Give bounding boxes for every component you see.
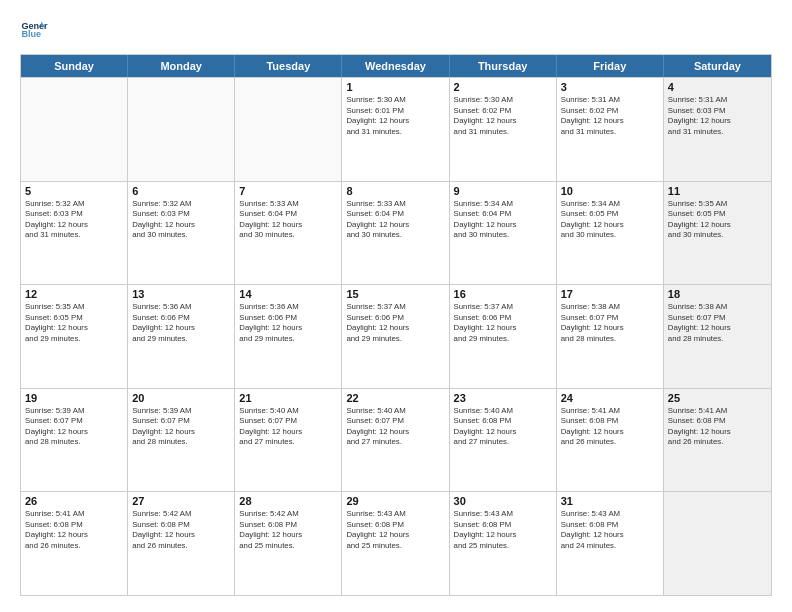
day-number: 2 <box>454 81 552 93</box>
calendar-day-empty-0-0 <box>21 78 128 181</box>
calendar-day-9: 9Sunrise: 5:34 AM Sunset: 6:04 PM Daylig… <box>450 182 557 285</box>
day-number: 31 <box>561 495 659 507</box>
day-info: Sunrise: 5:42 AM Sunset: 6:08 PM Dayligh… <box>239 509 337 551</box>
day-number: 22 <box>346 392 444 404</box>
calendar-day-empty-0-1 <box>128 78 235 181</box>
svg-text:Blue: Blue <box>21 29 41 39</box>
calendar-day-12: 12Sunrise: 5:35 AM Sunset: 6:05 PM Dayli… <box>21 285 128 388</box>
day-number: 14 <box>239 288 337 300</box>
day-number: 13 <box>132 288 230 300</box>
logo-icon: General Blue <box>20 16 48 44</box>
calendar-body: 1Sunrise: 5:30 AM Sunset: 6:01 PM Daylig… <box>21 77 771 595</box>
weekday-header-monday: Monday <box>128 55 235 77</box>
day-number: 23 <box>454 392 552 404</box>
calendar-day-24: 24Sunrise: 5:41 AM Sunset: 6:08 PM Dayli… <box>557 389 664 492</box>
day-number: 17 <box>561 288 659 300</box>
day-info: Sunrise: 5:34 AM Sunset: 6:05 PM Dayligh… <box>561 199 659 241</box>
calendar-day-21: 21Sunrise: 5:40 AM Sunset: 6:07 PM Dayli… <box>235 389 342 492</box>
calendar-day-18: 18Sunrise: 5:38 AM Sunset: 6:07 PM Dayli… <box>664 285 771 388</box>
calendar-day-26: 26Sunrise: 5:41 AM Sunset: 6:08 PM Dayli… <box>21 492 128 595</box>
calendar-day-14: 14Sunrise: 5:36 AM Sunset: 6:06 PM Dayli… <box>235 285 342 388</box>
calendar-day-31: 31Sunrise: 5:43 AM Sunset: 6:08 PM Dayli… <box>557 492 664 595</box>
calendar-day-5: 5Sunrise: 5:32 AM Sunset: 6:03 PM Daylig… <box>21 182 128 285</box>
day-number: 11 <box>668 185 767 197</box>
day-info: Sunrise: 5:41 AM Sunset: 6:08 PM Dayligh… <box>668 406 767 448</box>
weekday-header-friday: Friday <box>557 55 664 77</box>
weekday-header-wednesday: Wednesday <box>342 55 449 77</box>
calendar-day-19: 19Sunrise: 5:39 AM Sunset: 6:07 PM Dayli… <box>21 389 128 492</box>
day-info: Sunrise: 5:35 AM Sunset: 6:05 PM Dayligh… <box>25 302 123 344</box>
day-info: Sunrise: 5:43 AM Sunset: 6:08 PM Dayligh… <box>346 509 444 551</box>
day-info: Sunrise: 5:42 AM Sunset: 6:08 PM Dayligh… <box>132 509 230 551</box>
day-number: 24 <box>561 392 659 404</box>
day-info: Sunrise: 5:38 AM Sunset: 6:07 PM Dayligh… <box>561 302 659 344</box>
day-info: Sunrise: 5:40 AM Sunset: 6:08 PM Dayligh… <box>454 406 552 448</box>
calendar-day-7: 7Sunrise: 5:33 AM Sunset: 6:04 PM Daylig… <box>235 182 342 285</box>
day-info: Sunrise: 5:35 AM Sunset: 6:05 PM Dayligh… <box>668 199 767 241</box>
day-info: Sunrise: 5:31 AM Sunset: 6:02 PM Dayligh… <box>561 95 659 137</box>
calendar-day-29: 29Sunrise: 5:43 AM Sunset: 6:08 PM Dayli… <box>342 492 449 595</box>
weekday-header-tuesday: Tuesday <box>235 55 342 77</box>
logo: General Blue <box>20 16 48 44</box>
calendar-day-28: 28Sunrise: 5:42 AM Sunset: 6:08 PM Dayli… <box>235 492 342 595</box>
calendar-day-8: 8Sunrise: 5:33 AM Sunset: 6:04 PM Daylig… <box>342 182 449 285</box>
day-info: Sunrise: 5:30 AM Sunset: 6:01 PM Dayligh… <box>346 95 444 137</box>
day-number: 6 <box>132 185 230 197</box>
day-info: Sunrise: 5:37 AM Sunset: 6:06 PM Dayligh… <box>454 302 552 344</box>
day-number: 25 <box>668 392 767 404</box>
calendar: SundayMondayTuesdayWednesdayThursdayFrid… <box>20 54 772 596</box>
day-number: 7 <box>239 185 337 197</box>
day-info: Sunrise: 5:43 AM Sunset: 6:08 PM Dayligh… <box>561 509 659 551</box>
calendar-day-11: 11Sunrise: 5:35 AM Sunset: 6:05 PM Dayli… <box>664 182 771 285</box>
day-info: Sunrise: 5:36 AM Sunset: 6:06 PM Dayligh… <box>239 302 337 344</box>
calendar-header: SundayMondayTuesdayWednesdayThursdayFrid… <box>21 55 771 77</box>
page: General Blue SundayMondayTuesdayWednesda… <box>0 0 792 612</box>
day-info: Sunrise: 5:33 AM Sunset: 6:04 PM Dayligh… <box>346 199 444 241</box>
calendar-row-1: 5Sunrise: 5:32 AM Sunset: 6:03 PM Daylig… <box>21 181 771 285</box>
day-info: Sunrise: 5:40 AM Sunset: 6:07 PM Dayligh… <box>346 406 444 448</box>
calendar-day-20: 20Sunrise: 5:39 AM Sunset: 6:07 PM Dayli… <box>128 389 235 492</box>
calendar-row-2: 12Sunrise: 5:35 AM Sunset: 6:05 PM Dayli… <box>21 284 771 388</box>
calendar-row-0: 1Sunrise: 5:30 AM Sunset: 6:01 PM Daylig… <box>21 77 771 181</box>
day-info: Sunrise: 5:43 AM Sunset: 6:08 PM Dayligh… <box>454 509 552 551</box>
day-number: 21 <box>239 392 337 404</box>
calendar-day-16: 16Sunrise: 5:37 AM Sunset: 6:06 PM Dayli… <box>450 285 557 388</box>
calendar-day-2: 2Sunrise: 5:30 AM Sunset: 6:02 PM Daylig… <box>450 78 557 181</box>
calendar-day-empty-4-6 <box>664 492 771 595</box>
day-number: 8 <box>346 185 444 197</box>
day-info: Sunrise: 5:38 AM Sunset: 6:07 PM Dayligh… <box>668 302 767 344</box>
day-number: 9 <box>454 185 552 197</box>
day-number: 20 <box>132 392 230 404</box>
calendar-day-13: 13Sunrise: 5:36 AM Sunset: 6:06 PM Dayli… <box>128 285 235 388</box>
day-number: 27 <box>132 495 230 507</box>
day-number: 10 <box>561 185 659 197</box>
day-info: Sunrise: 5:32 AM Sunset: 6:03 PM Dayligh… <box>25 199 123 241</box>
day-number: 16 <box>454 288 552 300</box>
weekday-header-thursday: Thursday <box>450 55 557 77</box>
day-number: 4 <box>668 81 767 93</box>
calendar-row-4: 26Sunrise: 5:41 AM Sunset: 6:08 PM Dayli… <box>21 491 771 595</box>
calendar-day-10: 10Sunrise: 5:34 AM Sunset: 6:05 PM Dayli… <box>557 182 664 285</box>
weekday-header-saturday: Saturday <box>664 55 771 77</box>
day-info: Sunrise: 5:31 AM Sunset: 6:03 PM Dayligh… <box>668 95 767 137</box>
calendar-day-empty-0-2 <box>235 78 342 181</box>
calendar-day-15: 15Sunrise: 5:37 AM Sunset: 6:06 PM Dayli… <box>342 285 449 388</box>
calendar-day-23: 23Sunrise: 5:40 AM Sunset: 6:08 PM Dayli… <box>450 389 557 492</box>
day-number: 18 <box>668 288 767 300</box>
day-info: Sunrise: 5:41 AM Sunset: 6:08 PM Dayligh… <box>25 509 123 551</box>
day-number: 1 <box>346 81 444 93</box>
day-number: 30 <box>454 495 552 507</box>
day-number: 29 <box>346 495 444 507</box>
day-info: Sunrise: 5:33 AM Sunset: 6:04 PM Dayligh… <box>239 199 337 241</box>
calendar-day-30: 30Sunrise: 5:43 AM Sunset: 6:08 PM Dayli… <box>450 492 557 595</box>
calendar-day-3: 3Sunrise: 5:31 AM Sunset: 6:02 PM Daylig… <box>557 78 664 181</box>
day-info: Sunrise: 5:32 AM Sunset: 6:03 PM Dayligh… <box>132 199 230 241</box>
weekday-header-sunday: Sunday <box>21 55 128 77</box>
day-info: Sunrise: 5:37 AM Sunset: 6:06 PM Dayligh… <box>346 302 444 344</box>
calendar-day-1: 1Sunrise: 5:30 AM Sunset: 6:01 PM Daylig… <box>342 78 449 181</box>
header: General Blue <box>20 16 772 44</box>
day-info: Sunrise: 5:41 AM Sunset: 6:08 PM Dayligh… <box>561 406 659 448</box>
day-info: Sunrise: 5:36 AM Sunset: 6:06 PM Dayligh… <box>132 302 230 344</box>
calendar-day-6: 6Sunrise: 5:32 AM Sunset: 6:03 PM Daylig… <box>128 182 235 285</box>
calendar-day-22: 22Sunrise: 5:40 AM Sunset: 6:07 PM Dayli… <box>342 389 449 492</box>
